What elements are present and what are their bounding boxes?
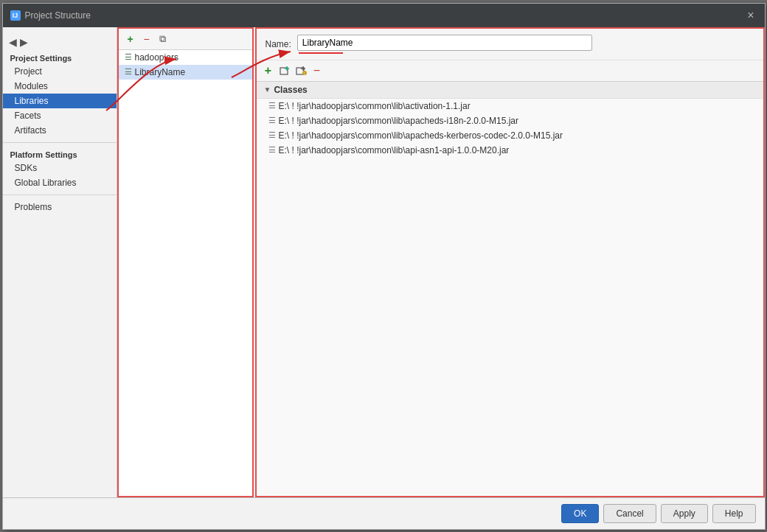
help-button[interactable]: Help xyxy=(712,504,756,523)
library-item-hadoopjars[interactable]: ☰ hadoopjars xyxy=(119,50,252,65)
class-icon: ☰ xyxy=(268,101,276,111)
remove-library-button[interactable]: − xyxy=(139,32,154,46)
panels: + − ☰ hadoopjars ☰ LibraryName xyxy=(117,27,765,497)
sidebar-item-problems[interactable]: Problems xyxy=(3,200,117,214)
project-settings-section: Project Settings xyxy=(3,51,117,64)
sidebar-item-artifacts[interactable]: Artifacts xyxy=(3,123,117,138)
platform-settings-section: Platform Settings xyxy=(3,147,117,161)
add-external-btn[interactable]: ! xyxy=(294,63,308,78)
library-name-input[interactable] xyxy=(297,35,592,51)
dialog-title: Project Structure xyxy=(25,10,91,21)
name-row: Name: xyxy=(257,29,763,60)
class-item-0[interactable]: ☰ E:\ ! !jar\hadoopjars\common\lib\activ… xyxy=(257,99,763,113)
add-library-button[interactable]: + xyxy=(123,32,138,46)
sidebar: ◀ ▶ Project Settings Project Modules Lib… xyxy=(3,27,117,497)
right-toolbar: + xyxy=(257,60,763,82)
library-icon-2: ☰ xyxy=(125,67,132,77)
sidebar-item-global-libraries[interactable]: Global Libraries xyxy=(3,175,117,190)
close-button[interactable]: × xyxy=(744,8,757,23)
add-class-button[interactable]: + xyxy=(261,63,276,78)
cancel-button[interactable]: Cancel xyxy=(603,504,656,523)
title-bar-left: IJ Project Structure xyxy=(10,10,91,21)
ok-button[interactable]: OK xyxy=(561,504,599,523)
title-bar: IJ Project Structure × xyxy=(3,4,765,27)
class-item-2[interactable]: ☰ E:\ ! !jar\hadoopjars\common\lib\apach… xyxy=(257,128,763,143)
remove-class-button[interactable]: − xyxy=(310,63,324,78)
classes-expand-icon[interactable]: ▼ xyxy=(264,85,271,94)
classes-header: ▼ Classes xyxy=(257,82,763,99)
sidebar-item-modules[interactable]: Modules xyxy=(3,79,117,94)
library-list: ☰ hadoopjars ☰ LibraryName xyxy=(119,50,252,496)
class-icon-2: ☰ xyxy=(268,130,276,140)
copy-library-button[interactable] xyxy=(156,32,170,46)
add-classes-icon xyxy=(279,65,291,77)
class-icon-1: ☰ xyxy=(268,116,276,125)
library-item-LibraryName[interactable]: ☰ LibraryName xyxy=(119,65,252,80)
sidebar-divider xyxy=(3,142,117,143)
add-classes-btn[interactable] xyxy=(277,63,292,78)
class-item-3[interactable]: ☰ E:\ ! !jar\hadoopjars\common\lib\api-a… xyxy=(257,143,763,158)
dialog-footer: OK Cancel Apply Help xyxy=(3,497,765,529)
left-panel-toolbar: + − xyxy=(119,29,252,50)
app-icon: IJ xyxy=(10,10,21,21)
name-label: Name: xyxy=(266,39,291,49)
svg-text:!: ! xyxy=(303,71,304,75)
main-content: + − ☰ hadoopjars ☰ LibraryName xyxy=(117,27,765,497)
project-structure-dialog: IJ Project Structure × ◀ ▶ Project Setti… xyxy=(2,3,766,530)
classes-area: ▼ Classes ☰ E:\ ! !jar\hadoopjars\common… xyxy=(257,82,763,496)
library-icon: ☰ xyxy=(125,52,132,62)
add-external-icon: ! xyxy=(295,65,307,77)
apply-button[interactable]: Apply xyxy=(661,504,708,523)
forward-button[interactable]: ▶ xyxy=(20,36,28,48)
dialog-body: ◀ ▶ Project Settings Project Modules Lib… xyxy=(3,27,765,497)
sidebar-item-project[interactable]: Project xyxy=(3,64,117,79)
copy-icon xyxy=(159,32,166,45)
sidebar-divider-2 xyxy=(3,195,117,195)
class-item-1[interactable]: ☰ E:\ ! !jar\hadoopjars\common\lib\apach… xyxy=(257,113,763,128)
class-icon-3: ☰ xyxy=(268,145,276,155)
left-panel: + − ☰ hadoopjars ☰ LibraryName xyxy=(117,27,254,497)
sidebar-item-facets[interactable]: Facets xyxy=(3,108,117,123)
sidebar-item-sdks[interactable]: SDKs xyxy=(3,161,117,175)
name-underline xyxy=(299,52,343,54)
back-button[interactable]: ◀ xyxy=(9,36,17,48)
sidebar-item-libraries[interactable]: Libraries xyxy=(3,94,117,108)
right-panel: Name: + xyxy=(255,27,765,497)
nav-arrows: ◀ ▶ xyxy=(3,33,117,51)
